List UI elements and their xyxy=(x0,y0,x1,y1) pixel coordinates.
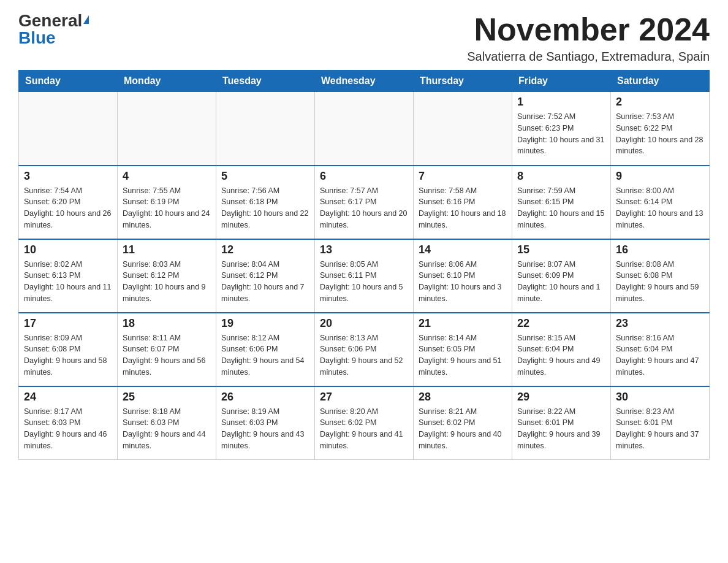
calendar-cell: 11Sunrise: 8:03 AM Sunset: 6:12 PM Dayli… xyxy=(118,239,216,313)
day-number: 5 xyxy=(221,170,309,183)
day-info: Sunrise: 7:56 AM Sunset: 6:18 PM Dayligh… xyxy=(221,185,309,231)
calendar-cell: 21Sunrise: 8:14 AM Sunset: 6:05 PM Dayli… xyxy=(414,313,512,386)
calendar-cell: 30Sunrise: 8:23 AM Sunset: 6:01 PM Dayli… xyxy=(611,386,710,460)
calendar-header-friday: Friday xyxy=(512,71,611,92)
day-number: 14 xyxy=(419,243,507,256)
calendar-header-monday: Monday xyxy=(118,71,216,92)
calendar-header-row: SundayMondayTuesdayWednesdayThursdayFrid… xyxy=(19,71,710,92)
day-number: 13 xyxy=(320,243,408,256)
day-number: 3 xyxy=(24,170,112,183)
calendar-cell: 28Sunrise: 8:21 AM Sunset: 6:02 PM Dayli… xyxy=(414,386,512,460)
day-info: Sunrise: 8:13 AM Sunset: 6:06 PM Dayligh… xyxy=(320,332,408,378)
calendar-week-row: 24Sunrise: 8:17 AM Sunset: 6:03 PM Dayli… xyxy=(19,386,710,460)
day-info: Sunrise: 8:20 AM Sunset: 6:02 PM Dayligh… xyxy=(320,406,408,452)
day-info: Sunrise: 8:18 AM Sunset: 6:03 PM Dayligh… xyxy=(123,406,211,452)
day-number: 18 xyxy=(123,317,211,330)
day-number: 17 xyxy=(24,317,112,330)
day-number: 20 xyxy=(320,317,408,330)
calendar-cell xyxy=(414,92,512,166)
calendar-cell: 8Sunrise: 7:59 AM Sunset: 6:15 PM Daylig… xyxy=(512,166,611,239)
day-number: 6 xyxy=(320,170,408,183)
day-number: 9 xyxy=(616,170,704,183)
logo-triangle-icon xyxy=(83,15,89,24)
calendar-cell: 25Sunrise: 8:18 AM Sunset: 6:03 PM Dayli… xyxy=(118,386,216,460)
day-number: 24 xyxy=(24,391,112,404)
calendar-cell: 27Sunrise: 8:20 AM Sunset: 6:02 PM Dayli… xyxy=(315,386,414,460)
location-title: Salvatierra de Santiago, Extremadura, Sp… xyxy=(467,50,710,64)
calendar-cell: 23Sunrise: 8:16 AM Sunset: 6:04 PM Dayli… xyxy=(611,313,710,386)
day-number: 29 xyxy=(517,391,605,404)
calendar-cell xyxy=(315,92,414,166)
calendar-cell: 22Sunrise: 8:15 AM Sunset: 6:04 PM Dayli… xyxy=(512,313,611,386)
calendar-cell: 6Sunrise: 7:57 AM Sunset: 6:17 PM Daylig… xyxy=(315,166,414,239)
day-info: Sunrise: 8:03 AM Sunset: 6:12 PM Dayligh… xyxy=(123,259,211,305)
calendar-cell: 19Sunrise: 8:12 AM Sunset: 6:06 PM Dayli… xyxy=(216,313,315,386)
day-number: 4 xyxy=(123,170,211,183)
calendar-header-wednesday: Wednesday xyxy=(315,71,414,92)
calendar-week-row: 3Sunrise: 7:54 AM Sunset: 6:20 PM Daylig… xyxy=(19,166,710,239)
day-number: 15 xyxy=(517,243,605,256)
day-number: 8 xyxy=(517,170,605,183)
day-number: 28 xyxy=(419,391,507,404)
calendar-cell: 16Sunrise: 8:08 AM Sunset: 6:08 PM Dayli… xyxy=(611,239,710,313)
calendar-cell: 24Sunrise: 8:17 AM Sunset: 6:03 PM Dayli… xyxy=(19,386,118,460)
calendar-cell: 3Sunrise: 7:54 AM Sunset: 6:20 PM Daylig… xyxy=(19,166,118,239)
calendar-table: SundayMondayTuesdayWednesdayThursdayFrid… xyxy=(18,70,710,460)
day-number: 25 xyxy=(123,391,211,404)
calendar-cell: 12Sunrise: 8:04 AM Sunset: 6:12 PM Dayli… xyxy=(216,239,315,313)
calendar-cell: 9Sunrise: 8:00 AM Sunset: 6:14 PM Daylig… xyxy=(611,166,710,239)
day-number: 10 xyxy=(24,243,112,256)
day-info: Sunrise: 8:16 AM Sunset: 6:04 PM Dayligh… xyxy=(616,332,704,378)
day-info: Sunrise: 7:57 AM Sunset: 6:17 PM Dayligh… xyxy=(320,185,408,231)
calendar-cell: 20Sunrise: 8:13 AM Sunset: 6:06 PM Dayli… xyxy=(315,313,414,386)
calendar-cell: 15Sunrise: 8:07 AM Sunset: 6:09 PM Dayli… xyxy=(512,239,611,313)
day-number: 7 xyxy=(419,170,507,183)
day-info: Sunrise: 8:21 AM Sunset: 6:02 PM Dayligh… xyxy=(419,406,507,452)
month-title: November 2024 xyxy=(467,12,710,47)
calendar-header-tuesday: Tuesday xyxy=(216,71,315,92)
calendar-cell: 14Sunrise: 8:06 AM Sunset: 6:10 PM Dayli… xyxy=(414,239,512,313)
day-number: 12 xyxy=(221,243,309,256)
calendar-week-row: 1Sunrise: 7:52 AM Sunset: 6:23 PM Daylig… xyxy=(19,92,710,166)
day-info: Sunrise: 7:58 AM Sunset: 6:16 PM Dayligh… xyxy=(419,185,507,231)
day-number: 27 xyxy=(320,391,408,404)
day-number: 19 xyxy=(221,317,309,330)
logo: General Blue xyxy=(18,12,89,47)
calendar-cell: 5Sunrise: 7:56 AM Sunset: 6:18 PM Daylig… xyxy=(216,166,315,239)
calendar-cell: 13Sunrise: 8:05 AM Sunset: 6:11 PM Dayli… xyxy=(315,239,414,313)
day-info: Sunrise: 8:22 AM Sunset: 6:01 PM Dayligh… xyxy=(517,406,605,452)
calendar-cell xyxy=(118,92,216,166)
day-info: Sunrise: 8:06 AM Sunset: 6:10 PM Dayligh… xyxy=(419,259,507,305)
day-info: Sunrise: 8:17 AM Sunset: 6:03 PM Dayligh… xyxy=(24,406,112,452)
calendar-header-sunday: Sunday xyxy=(19,71,118,92)
calendar-cell xyxy=(216,92,315,166)
day-number: 23 xyxy=(616,317,704,330)
day-number: 16 xyxy=(616,243,704,256)
day-info: Sunrise: 8:12 AM Sunset: 6:06 PM Dayligh… xyxy=(221,332,309,378)
logo-blue-text: Blue xyxy=(18,29,56,47)
calendar-cell: 17Sunrise: 8:09 AM Sunset: 6:08 PM Dayli… xyxy=(19,313,118,386)
calendar-cell: 4Sunrise: 7:55 AM Sunset: 6:19 PM Daylig… xyxy=(118,166,216,239)
calendar-week-row: 17Sunrise: 8:09 AM Sunset: 6:08 PM Dayli… xyxy=(19,313,710,386)
day-info: Sunrise: 8:14 AM Sunset: 6:05 PM Dayligh… xyxy=(419,332,507,378)
calendar-cell: 29Sunrise: 8:22 AM Sunset: 6:01 PM Dayli… xyxy=(512,386,611,460)
day-info: Sunrise: 8:23 AM Sunset: 6:01 PM Dayligh… xyxy=(616,406,704,452)
calendar-cell xyxy=(19,92,118,166)
day-number: 21 xyxy=(419,317,507,330)
day-info: Sunrise: 8:07 AM Sunset: 6:09 PM Dayligh… xyxy=(517,259,605,305)
day-number: 1 xyxy=(517,96,605,109)
calendar-cell: 18Sunrise: 8:11 AM Sunset: 6:07 PM Dayli… xyxy=(118,313,216,386)
calendar-header-saturday: Saturday xyxy=(611,71,710,92)
day-info: Sunrise: 7:52 AM Sunset: 6:23 PM Dayligh… xyxy=(517,111,605,157)
calendar-cell: 7Sunrise: 7:58 AM Sunset: 6:16 PM Daylig… xyxy=(414,166,512,239)
day-info: Sunrise: 7:59 AM Sunset: 6:15 PM Dayligh… xyxy=(517,185,605,231)
calendar-cell: 1Sunrise: 7:52 AM Sunset: 6:23 PM Daylig… xyxy=(512,92,611,166)
logo-general-text: General xyxy=(18,12,82,29)
day-info: Sunrise: 8:05 AM Sunset: 6:11 PM Dayligh… xyxy=(320,259,408,305)
title-section: November 2024 Salvatierra de Santiago, E… xyxy=(467,12,710,64)
day-info: Sunrise: 8:02 AM Sunset: 6:13 PM Dayligh… xyxy=(24,259,112,305)
day-number: 26 xyxy=(221,391,309,404)
calendar-week-row: 10Sunrise: 8:02 AM Sunset: 6:13 PM Dayli… xyxy=(19,239,710,313)
day-info: Sunrise: 8:09 AM Sunset: 6:08 PM Dayligh… xyxy=(24,332,112,378)
day-info: Sunrise: 8:15 AM Sunset: 6:04 PM Dayligh… xyxy=(517,332,605,378)
